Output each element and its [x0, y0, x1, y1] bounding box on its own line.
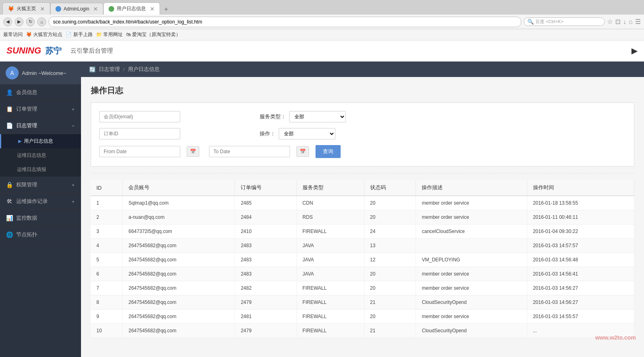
table-cell: 13	[364, 239, 416, 253]
search-placeholder: 百度 <Ctrl+K>	[535, 19, 563, 25]
divider	[91, 173, 634, 173]
col-service-type: 服务类型	[296, 180, 364, 196]
sidebar-item-order[interactable]: 📋 订单管理 ＋	[0, 101, 81, 118]
sidebar-item-topology[interactable]: 🌐 节点拓扑	[0, 227, 81, 243]
sidebar-item-label: 运维操作记录	[16, 198, 48, 205]
bookmark-common[interactable]: 📁 常用网址	[96, 31, 123, 38]
expand-icon: ＋	[71, 182, 75, 188]
table-cell: FIREWALL	[296, 295, 364, 310]
home-nav-icon[interactable]: ⌂	[629, 18, 633, 26]
tab-close-icon[interactable]: ✕	[150, 6, 155, 12]
table-row: 2a-nuan@qq.com2484RDS20member order serv…	[91, 210, 634, 224]
sidebar-item-ops-log[interactable]: 运维日志信息	[0, 148, 81, 162]
sidebar-item-user-log[interactable]: ▶ 用户日志信息	[0, 134, 81, 148]
bookmark-firefox[interactable]: 🦊 火狐官方站点	[26, 31, 62, 38]
new-tab-button[interactable]: +	[160, 4, 172, 15]
breadcrumb-sep: /	[123, 66, 125, 73]
member-icon: 👤	[6, 89, 13, 96]
bookmarks-bar: 最常访问 🦊 火狐官方站点 📄 新手上路 📁 常用网址 🛍 爱淘宝（原淘宝特卖）	[0, 29, 644, 41]
table-cell: member order service	[416, 281, 527, 295]
from-date-calendar-button[interactable]: 📅	[187, 146, 199, 157]
topology-icon: 🌐	[6, 231, 13, 238]
bookmark-icon[interactable]: ☆	[607, 18, 613, 26]
sidebar-item-ops-fill[interactable]: 运维日志填报	[0, 162, 81, 177]
from-date-input[interactable]	[99, 146, 180, 157]
table-row: 92647545682@qq.com2481FIREWALL20member o…	[91, 310, 634, 324]
table-cell: 20	[364, 310, 416, 324]
to-date-input[interactable]	[209, 146, 290, 157]
table-cell: 2647545682@qq.com	[123, 267, 235, 281]
to-date-calendar-button[interactable]: 📅	[296, 146, 309, 157]
home-button[interactable]: ⌂	[37, 17, 46, 26]
table-cell: 4	[91, 239, 123, 253]
operation-label: 操作：	[260, 130, 275, 137]
bookmark-visited[interactable]: 最常访问	[3, 31, 23, 38]
table-cell: 2483	[235, 239, 296, 253]
table-row: 52647545682@qq.com2483JAVA12VM_DEPLOYING…	[91, 253, 634, 267]
table-cell: Sqlmap1@qq.com	[123, 196, 235, 210]
expand-icon: ＋	[71, 199, 75, 205]
bookmark-newuser[interactable]: 📄 新手上路	[66, 31, 92, 38]
breadcrumb-item[interactable]: 日志管理	[99, 66, 120, 73]
table-cell: 20	[364, 281, 416, 295]
table-cell: 2483	[235, 267, 296, 281]
tab-user-log[interactable]: 用户日志信息 ✕	[103, 2, 160, 15]
app-body: A Admin ~Welcome~ 👤 会员信息 📋 订单管理 ＋ 📄 日志管理…	[0, 62, 644, 357]
fox-icon: 🦊	[8, 6, 14, 12]
table-cell: FIREWALL	[296, 324, 364, 338]
breadcrumb: 🔄 日志管理 / 用户日志信息	[81, 62, 644, 77]
download-icon[interactable]: ↓	[623, 18, 626, 26]
search-icon: 🔍	[527, 19, 534, 25]
sidebar-item-monitor[interactable]: 📊 监控数据	[0, 210, 81, 227]
tab-close-icon[interactable]: ✕	[93, 6, 98, 12]
menu-icon[interactable]: ☰	[635, 18, 641, 26]
service-type-select[interactable]: 全部 CDN RDS FIREWALL JAVA	[289, 111, 346, 122]
back-button[interactable]: ◀	[3, 17, 12, 26]
sidebar-item-member[interactable]: 👤 会员信息	[0, 84, 81, 101]
table-row: 1Sqlmap1@qq.com2485CDN20member order ser…	[91, 196, 634, 210]
breadcrumb-item: 用户日志信息	[128, 66, 160, 73]
collapse-icon[interactable]: ▶	[631, 46, 638, 56]
tab-admin-login[interactable]: AdminLogin ✕	[50, 3, 103, 15]
permission-icon: 🔒	[6, 182, 13, 188]
bookmark-taobao[interactable]: 🛍 爱淘宝（原淘宝特卖）	[126, 31, 181, 38]
forward-button[interactable]: ▶	[15, 17, 23, 26]
table-cell: 10	[91, 324, 123, 338]
sidebar-item-label: 日志管理	[16, 122, 37, 129]
col-time: 操作时间	[527, 180, 634, 196]
sidebar: A Admin ~Welcome~ 👤 会员信息 📋 订单管理 ＋ 📄 日志管理…	[0, 62, 81, 357]
table-cell: 9	[91, 310, 123, 324]
table-header-row: ID 会员账号 订单编号 服务类型 状态码 操作描述 操作时间	[91, 180, 634, 196]
tab-firefox-home[interactable]: 🦊 火狐主页 ✕	[2, 2, 50, 15]
col-id: ID	[91, 180, 123, 196]
table-header: ID 会员账号 订单编号 服务类型 状态码 操作描述 操作时间	[91, 180, 634, 196]
search-button[interactable]: 查询	[316, 145, 341, 158]
table-cell: a-nuan@qq.com	[123, 210, 235, 224]
sidebar-item-ops[interactable]: 🛠 运维操作记录 ＋	[0, 193, 81, 210]
table-cell: 3	[91, 224, 123, 239]
admin-icon	[55, 6, 61, 12]
expand-icon: ＋	[71, 106, 75, 112]
reader-icon[interactable]: ⊡	[615, 18, 621, 26]
table-cell: 1	[91, 196, 123, 210]
sidebar-item-log[interactable]: 📄 日志管理 －	[0, 118, 81, 134]
table-cell: 24	[364, 224, 416, 239]
operation-select[interactable]: 全部	[279, 128, 335, 139]
table-cell: cancelCloudService	[416, 224, 527, 239]
member-id-input[interactable]	[99, 111, 180, 122]
filter-section: 服务类型： 全部 CDN RDS FIREWALL JAVA	[91, 103, 634, 167]
sidebar-item-permission[interactable]: 🔒 权限管理 ＋	[0, 177, 81, 193]
filter-row-3: 📅 📅 查询	[99, 145, 626, 158]
table-cell: 2647545682@qq.com	[123, 239, 235, 253]
tab-bar: 🦊 火狐主页 ✕ AdminLogin ✕ 用户日志信息 ✕ +	[0, 0, 644, 15]
log-icon: 📄	[6, 122, 13, 129]
order-id-input[interactable]	[99, 128, 180, 139]
table-cell: 2647545682@qq.com	[123, 253, 235, 267]
table-cell: ...	[527, 324, 634, 338]
filter-row-2: 操作： 全部	[99, 128, 626, 139]
table-cell: 2	[91, 210, 123, 224]
url-input[interactable]	[49, 17, 521, 27]
tab-close-icon[interactable]: ✕	[40, 6, 45, 12]
table-cell: 20	[364, 210, 416, 224]
refresh-button[interactable]: ↻	[26, 17, 35, 26]
